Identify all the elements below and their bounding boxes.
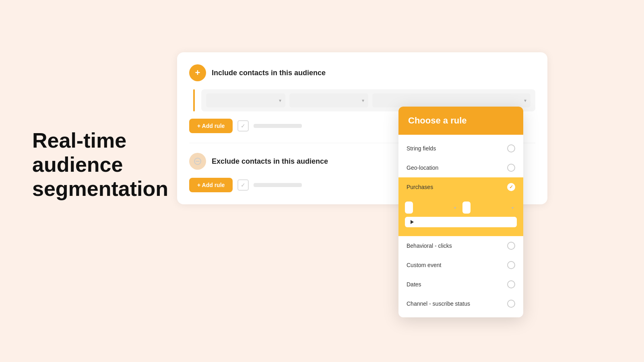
purchases-input[interactable] [405, 217, 517, 227]
rule-item-custom-event[interactable]: Custom event [398, 255, 523, 275]
purchases-subform-row2 [405, 217, 517, 227]
include-dropdown-2[interactable] [289, 93, 369, 107]
include-header: + Include contacts in this audience [189, 64, 535, 81]
include-line-placeholder [254, 124, 302, 128]
rule-item-behavioral-clicks-label: Behavioral - clicks [407, 243, 452, 249]
rule-item-channel-subscribe[interactable]: Channel - suscribe status [398, 294, 523, 313]
panel-header: Choose a rule [398, 107, 523, 135]
rule-item-channel-subscribe-radio [507, 300, 515, 308]
include-select-1[interactable] [206, 93, 285, 107]
rule-item-string-fields-radio [507, 144, 515, 152]
include-select-2[interactable] [289, 93, 369, 107]
purchases-subform: ▾ ▾ [398, 197, 523, 236]
rule-item-dates-label: Dates [407, 281, 421, 288]
include-title: Include contacts in this audience [212, 69, 326, 77]
rule-item-behavioral-clicks-radio [507, 242, 515, 250]
rule-item-dates-radio [507, 280, 515, 288]
include-check-icon[interactable]: ✓ [237, 120, 249, 132]
include-dropdown-3[interactable] [372, 93, 530, 107]
left-bar [193, 89, 195, 111]
hero-text: Real-time audience segmentation [32, 129, 168, 201]
rule-item-purchases[interactable]: Purchases [398, 177, 523, 197]
rule-item-custom-event-radio [507, 261, 515, 269]
rule-item-custom-event-label: Custom event [407, 262, 441, 268]
purchases-subform-row1: ▾ ▾ [405, 202, 517, 214]
rule-item-dates[interactable]: Dates [398, 275, 523, 294]
purchases-dropdown-1[interactable] [405, 202, 413, 214]
rule-panel: Choose a rule String fields Geo-location… [398, 107, 523, 317]
exclude-add-rule-button[interactable]: + Add rule [189, 178, 233, 192]
include-add-rule-button[interactable]: + Add rule [189, 119, 233, 133]
purchases-dropdown-2[interactable] [462, 202, 471, 214]
rule-item-purchases-label: Purchases [407, 184, 433, 190]
rule-item-string-fields[interactable]: String fields [398, 139, 523, 158]
rule-item-purchases-radio [507, 183, 515, 191]
exclude-line-placeholder [254, 183, 302, 187]
rule-item-geo-location[interactable]: Geo-location [398, 158, 523, 177]
panel-title: Choose a rule [408, 115, 466, 125]
rule-item-purchases-container: Purchases ▾ ▾ [398, 177, 523, 236]
rule-item-string-fields-label: String fields [407, 145, 436, 152]
exclude-icon [189, 153, 206, 170]
panel-list: String fields Geo-location Purchases [398, 135, 523, 317]
rule-item-channel-subscribe-label: Channel - suscribe status [407, 300, 470, 307]
exclude-title: Exclude contacts in this audience [212, 157, 328, 166]
cursor-indicator [411, 220, 414, 224]
rule-item-geo-location-radio [507, 164, 515, 172]
exclude-check-icon[interactable]: ✓ [237, 179, 249, 191]
rule-item-geo-location-label: Geo-location [407, 165, 438, 171]
rule-item-behavioral-clicks[interactable]: Behavioral - clicks [398, 236, 523, 255]
include-icon: + [189, 64, 206, 81]
include-dropdown-1[interactable] [206, 93, 285, 107]
include-select-3[interactable] [372, 93, 530, 107]
